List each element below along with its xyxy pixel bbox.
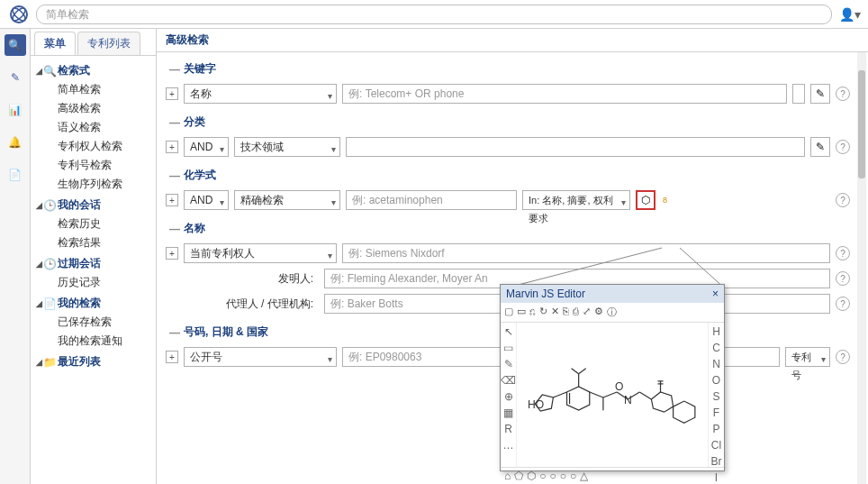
- section-classify-title: 分类: [184, 114, 205, 130]
- chem-op-select[interactable]: AND: [184, 190, 229, 210]
- classify-op-select[interactable]: AND: [184, 137, 229, 157]
- popup-ltool-2[interactable]: ✎: [504, 358, 513, 370]
- id-patent-button[interactable]: 专利号: [785, 347, 830, 367]
- add-owner-row[interactable]: +: [166, 247, 178, 260]
- popup-ltool-4[interactable]: ⊕: [504, 390, 513, 403]
- tree-item-2-0[interactable]: 历史记录: [34, 273, 152, 292]
- tree-item-0-4[interactable]: 专利号检索: [34, 156, 152, 175]
- popup-ltool-1[interactable]: ▭: [503, 342, 513, 354]
- add-chem-row[interactable]: +: [166, 194, 178, 206]
- tree-item-0-0[interactable]: 简单检索: [34, 80, 152, 99]
- popup-element-1[interactable]: C: [712, 342, 720, 354]
- help-icon[interactable]: ?: [836, 271, 850, 286]
- popup-tool-0[interactable]: ▢: [504, 306, 513, 319]
- global-search-input[interactable]: 简单检索: [36, 5, 832, 24]
- keyword-input[interactable]: 例: Telecom+ OR phone: [342, 84, 787, 104]
- rail-edit-icon[interactable]: ✎: [5, 67, 26, 88]
- classify-wand-icon[interactable]: ✎: [810, 137, 830, 157]
- popup-close-icon[interactable]: ×: [712, 288, 719, 300]
- popup-canvas[interactable]: HO O N: [517, 323, 708, 467]
- svg-marker-7: [567, 387, 590, 410]
- tree-group-2[interactable]: ◢🕒过期会话: [34, 254, 152, 273]
- tree-item-3-0[interactable]: 已保存检索: [34, 313, 152, 332]
- tree-item-0-2[interactable]: 语义检索: [34, 118, 152, 137]
- chem-in-select[interactable]: In: 名称, 摘要, 权利要求: [522, 190, 630, 210]
- popup-btool-5[interactable]: ○: [560, 470, 566, 482]
- tree-item-0-1[interactable]: 高级检索: [34, 99, 152, 118]
- owner-input[interactable]: 例: Siemens Nixdorf: [342, 243, 830, 263]
- help-icon[interactable]: ?: [836, 297, 850, 311]
- popup-bottom-tools: ⌂⬠⬡○○○○△: [501, 467, 724, 484]
- tree-group-1[interactable]: ◢🕒我的会话: [34, 196, 152, 215]
- help-icon[interactable]: ?: [836, 246, 850, 260]
- chem-structure-button[interactable]: ⬡: [636, 190, 656, 210]
- tree-item-1-1[interactable]: 检索结果: [34, 233, 152, 252]
- rail-doc-icon[interactable]: 📄: [5, 164, 26, 186]
- popup-ltool-0[interactable]: ↖: [504, 325, 513, 338]
- rail-search-icon[interactable]: 🔍: [5, 34, 26, 56]
- popup-btool-4[interactable]: ○: [550, 470, 556, 482]
- popup-element-5[interactable]: F: [713, 406, 719, 419]
- add-keyword-row[interactable]: +: [166, 87, 178, 100]
- tab-patent-list[interactable]: 专利列表: [77, 32, 140, 55]
- popup-element-2[interactable]: N: [712, 358, 720, 370]
- popup-btool-3[interactable]: ○: [539, 470, 546, 482]
- popup-element-3[interactable]: O: [712, 374, 720, 387]
- popup-tool-7[interactable]: ⤢: [583, 306, 591, 319]
- popup-element-7[interactable]: Cl: [711, 439, 721, 452]
- keyword-wand-icon[interactable]: ✎: [810, 84, 830, 104]
- help-icon[interactable]: ?: [836, 140, 850, 154]
- popup-btool-6[interactable]: ○: [570, 470, 576, 482]
- popup-ltool-3[interactable]: ⌫: [501, 374, 516, 387]
- popup-ltool-5[interactable]: ▦: [503, 406, 513, 419]
- chem-badge: 8: [663, 196, 667, 205]
- add-id-row[interactable]: +: [166, 351, 178, 363]
- rail-chart-icon[interactable]: 📊: [5, 99, 26, 121]
- chem-input[interactable]: 例: acetaminophen: [346, 190, 517, 210]
- popup-tool-3[interactable]: ↻: [539, 306, 547, 319]
- popup-ltool-6[interactable]: R: [504, 423, 512, 435]
- popup-tool-1[interactable]: ▭: [517, 306, 526, 319]
- popup-tool-8[interactable]: ⚙: [594, 306, 603, 319]
- keyword-extra[interactable]: [792, 84, 805, 104]
- tree-item-1-0[interactable]: 检索历史: [34, 215, 152, 233]
- owner-field-select[interactable]: 当前专利权人: [184, 243, 337, 263]
- popup-btool-2[interactable]: ⬡: [527, 470, 536, 482]
- popup-element-8[interactable]: Br: [711, 455, 722, 468]
- tree-item-0-5[interactable]: 生物序列检索: [34, 175, 152, 194]
- tree-item-3-1[interactable]: 我的检索通知: [34, 332, 152, 351]
- popup-tool-9[interactable]: ⓘ: [607, 306, 617, 319]
- popup-element-9[interactable]: I: [715, 471, 718, 484]
- help-icon[interactable]: ?: [836, 350, 850, 364]
- classify-input[interactable]: [346, 137, 805, 157]
- add-classify-row[interactable]: +: [166, 141, 178, 153]
- popup-tool-5[interactable]: ⎘: [563, 306, 569, 319]
- tree-item-0-3[interactable]: 专利权人检索: [34, 137, 152, 156]
- popup-title: Marvin JS Editor: [506, 288, 585, 300]
- popup-tool-4[interactable]: ✕: [551, 306, 559, 319]
- tree-group-4[interactable]: ◢📁最近列表: [34, 352, 152, 371]
- tree-group-3[interactable]: ◢📄我的检索: [34, 294, 152, 313]
- popup-btool-0[interactable]: ⌂: [504, 470, 511, 482]
- rail-bell-icon[interactable]: 🔔: [5, 132, 26, 153]
- popup-ltool-7[interactable]: …: [503, 439, 514, 452]
- section-keyword-title: 关键字: [184, 61, 216, 77]
- scrollbar[interactable]: [857, 52, 866, 484]
- popup-tool-2[interactable]: ⎌: [529, 306, 536, 319]
- classify-field-select[interactable]: 技术领域: [234, 137, 340, 157]
- popup-tool-6[interactable]: ⎙: [573, 306, 579, 319]
- tree-group-0[interactable]: ◢🔍检索式: [34, 61, 152, 80]
- help-icon[interactable]: ?: [836, 193, 850, 207]
- popup-element-4[interactable]: S: [712, 390, 719, 403]
- keyword-field-select[interactable]: 名称: [184, 84, 337, 104]
- popup-element-6[interactable]: P: [712, 423, 719, 435]
- popup-element-0[interactable]: H: [712, 325, 720, 338]
- section-ids-title: 号码, 日期 & 国家: [184, 324, 268, 340]
- popup-btool-7[interactable]: △: [580, 470, 588, 482]
- help-icon[interactable]: ?: [836, 87, 850, 101]
- tab-menu[interactable]: 菜单: [34, 32, 76, 55]
- id-field-select[interactable]: 公开号: [184, 347, 337, 367]
- popup-btool-1[interactable]: ⬠: [514, 470, 523, 482]
- chem-field-select[interactable]: 精确检索: [234, 190, 340, 210]
- user-menu[interactable]: 👤▾: [839, 7, 861, 22]
